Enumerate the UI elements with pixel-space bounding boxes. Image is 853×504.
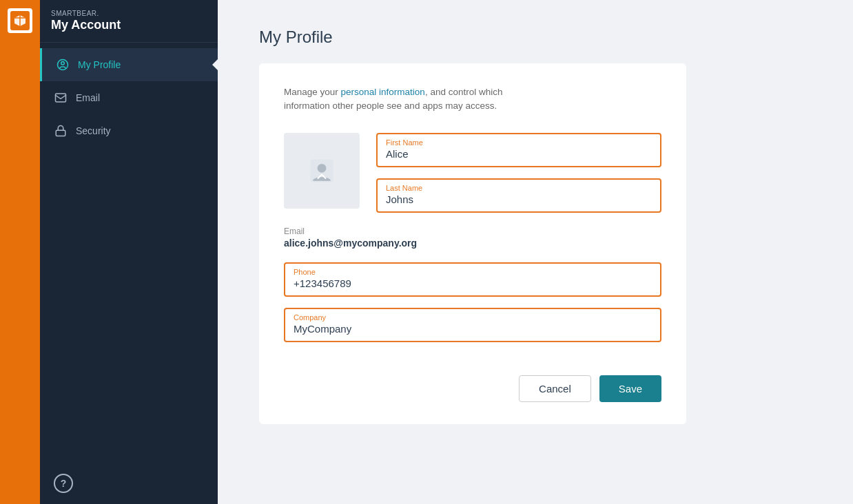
card-actions: Cancel Save	[284, 361, 661, 402]
sidebar-item-my-profile-label: My Profile	[78, 59, 121, 70]
personal-info-link: personal information	[341, 87, 425, 97]
company-label: Company	[294, 313, 652, 322]
svg-point-2	[61, 62, 65, 65]
user-circle-icon	[56, 58, 70, 72]
avatar-upload-area[interactable]	[284, 133, 360, 209]
svg-rect-3	[56, 94, 66, 102]
phone-field-group: Phone	[284, 262, 661, 297]
email-section: Email alice.johns@mycompany.org	[284, 224, 661, 251]
sidebar-nav: My Profile Email Security	[40, 43, 218, 463]
first-name-input[interactable]	[386, 148, 652, 160]
brand-app-title: My Account	[51, 18, 207, 32]
sidebar-header: SMARTBEAR. My Account	[40, 0, 218, 43]
profile-form-row: First Name Last Name	[284, 133, 661, 224]
company-field-group: Company	[284, 308, 661, 342]
phone-label: Phone	[294, 268, 652, 276]
brand-strip	[0, 0, 40, 504]
sidebar: SMARTBEAR. My Account My Profile	[40, 0, 218, 504]
phone-input[interactable]	[294, 277, 652, 289]
card-description: Manage your personal information, and co…	[284, 85, 661, 114]
brand-company: SMARTBEAR.	[51, 10, 207, 17]
lock-icon	[54, 124, 68, 138]
last-name-field-group: Last Name	[376, 178, 661, 213]
sidebar-item-email[interactable]: Email	[40, 81, 218, 114]
sidebar-item-email-label: Email	[76, 92, 100, 103]
sidebar-item-my-profile[interactable]: My Profile	[40, 48, 218, 81]
brand-logo	[8, 8, 32, 33]
first-name-field-group: First Name	[376, 133, 661, 167]
page-title: My Profile	[259, 28, 812, 47]
company-input[interactable]	[294, 323, 652, 335]
envelope-icon	[54, 91, 68, 105]
name-fields: First Name Last Name	[376, 133, 661, 224]
sidebar-footer: ?	[40, 463, 218, 504]
nav-arrow	[212, 59, 218, 70]
first-name-label: First Name	[386, 138, 652, 147]
svg-rect-4	[56, 130, 65, 136]
help-button[interactable]: ?	[54, 474, 73, 493]
email-label: Email	[284, 227, 661, 236]
cancel-button[interactable]: Cancel	[519, 375, 591, 402]
save-button[interactable]: Save	[599, 375, 661, 402]
main-content: My Profile Manage your personal informat…	[218, 0, 853, 504]
sidebar-item-security-label: Security	[76, 125, 111, 136]
svg-point-6	[318, 163, 327, 172]
email-value: alice.johns@mycompany.org	[284, 238, 661, 249]
profile-card: Manage your personal information, and co…	[259, 63, 686, 424]
last-name-input[interactable]	[386, 193, 652, 205]
last-name-label: Last Name	[386, 184, 652, 192]
sidebar-item-security[interactable]: Security	[40, 114, 218, 147]
